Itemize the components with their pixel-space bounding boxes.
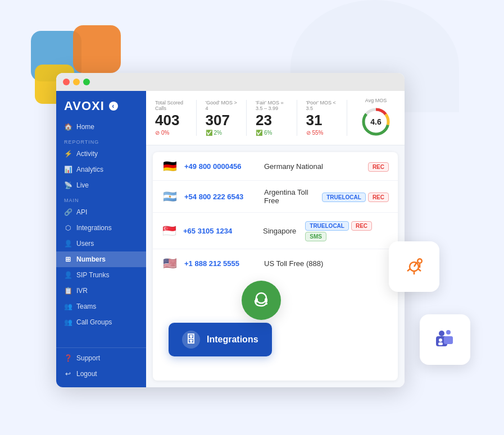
phone-number: +1 888 212 5555: [184, 259, 257, 268]
logout-icon: ↩: [64, 370, 72, 378]
logo-text: AVOXI: [64, 99, 105, 113]
sidebar-item-label: SIP Trunks: [76, 271, 109, 279]
close-dot[interactable]: [63, 79, 70, 85]
stat-fair-mos: 'Fair' MOS = 3.5 – 3.99 23 ✅ 6%: [256, 100, 297, 136]
sidebar-item-home[interactable]: 🏠 Home: [56, 119, 146, 135]
phone-number: +54 800 222 6543: [184, 193, 257, 201]
tag-rec: REC: [368, 162, 389, 172]
stat-value: 23: [256, 112, 288, 129]
sidebar-item-label: Logout: [76, 370, 97, 378]
tags-group: TRUELOCALREC: [320, 191, 389, 202]
sip-trunks-icon: 👤: [64, 271, 72, 279]
sidebar-item-integrations[interactable]: ⬡ Integrations: [56, 220, 146, 236]
teams-card[interactable]: [420, 314, 470, 365]
sidebar-item-live[interactable]: 📡 Live: [56, 177, 146, 193]
flag-icon: 🇸🇬: [162, 224, 176, 237]
sidebar-item-label: Activity: [76, 150, 98, 158]
sidebar-item-analytics[interactable]: 📊 Analytics: [56, 162, 146, 177]
integrations-btn-label: Integrations: [207, 335, 258, 345]
avg-mos-value: 4.6: [370, 117, 381, 126]
sidebar-logo: AVOXI: [56, 91, 146, 119]
sidebar-item-label: Teams: [76, 303, 96, 310]
teams-icon: 👥: [64, 303, 72, 310]
call-groups-icon: 👥: [64, 318, 72, 326]
logo-chevron-icon: [109, 102, 118, 111]
sidebar-item-call-groups[interactable]: 👥 Call Groups: [56, 314, 146, 330]
tags-group: REC: [366, 161, 389, 172]
bg-shape-orange: [73, 25, 121, 73]
sidebar-item-label: Analytics: [76, 166, 103, 173]
sidebar-bottom: ❓ Support ↩ Logout: [56, 347, 146, 382]
svg-point-14: [446, 330, 451, 335]
svg-point-13: [439, 331, 444, 336]
stat-change-value: 0%: [161, 130, 169, 136]
browser-titlebar: [56, 73, 405, 91]
svg-line-9: [407, 269, 411, 272]
sidebar-item-label: IVR: [76, 287, 88, 295]
sidebar-section-main: MAIN: [56, 193, 146, 204]
support-icon: ❓: [64, 354, 72, 362]
sidebar-item-api[interactable]: 🔗 API: [56, 204, 146, 220]
stat-label: 'Poor' MOS < 3.5: [306, 100, 338, 111]
svg-rect-15: [444, 336, 453, 344]
table-row[interactable]: 🇸🇬+65 3105 1234SingaporeTRUELOCALRECSMS: [153, 213, 398, 249]
table-row[interactable]: 🇦🇷+54 800 222 6543Argentina Toll FreeTRU…: [153, 181, 398, 213]
maximize-dot[interactable]: [83, 79, 90, 85]
stat-poor-mos: 'Poor' MOS < 3.5 31 ⊘ 55%: [306, 100, 348, 136]
flag-icon: 🇺🇸: [162, 257, 178, 270]
tags-group: TRUELOCALRECSMS: [303, 220, 389, 241]
sidebar-item-logout[interactable]: ↩ Logout: [56, 366, 146, 382]
phone-number: +49 800 0000456: [184, 162, 257, 171]
svg-point-16: [439, 338, 442, 342]
number-name: Singapore: [263, 227, 296, 235]
sidebar-item-ivr[interactable]: 📋 IVR: [56, 283, 146, 299]
integrations-button[interactable]: 🗄 Integrations: [169, 323, 272, 356]
stat-avg-mos: Avg MOS 4.6: [356, 98, 396, 138]
tag-sms: SMS: [305, 232, 326, 241]
sidebar-item-activity[interactable]: ⚡ Activity: [56, 146, 146, 162]
flag-icon: 🇦🇷: [162, 190, 178, 203]
sidebar-item-sip-trunks[interactable]: 👤 SIP Trunks: [56, 267, 146, 283]
sidebar-item-label: API: [76, 208, 87, 216]
sidebar-item-label: Integrations: [76, 224, 112, 232]
mos-gauge: 4.6: [360, 106, 392, 138]
stat-good-mos: 'Good' MOS > 4 307 ✅ 2%: [206, 100, 247, 136]
stat-label: 'Good' MOS > 4: [206, 100, 238, 111]
table-row[interactable]: 🇺🇸+1 888 212 5555US Toll Free (888): [153, 249, 398, 277]
hubspot-card[interactable]: [389, 241, 439, 292]
stat-change: ⊘ 55%: [306, 130, 338, 136]
table-row[interactable]: 🇩🇪+49 800 0000456Germany NationalREC: [153, 152, 398, 181]
stat-value: 307: [206, 112, 238, 129]
api-icon: 🔗: [64, 208, 72, 216]
sidebar-item-label: Users: [76, 240, 94, 248]
number-name: US Toll Free (888): [264, 259, 382, 268]
stat-total-scored-calls: Total Scored Calls 403 ⊘ 0%: [155, 100, 197, 136]
sidebar-item-teams[interactable]: 👥 Teams: [56, 299, 146, 314]
number-name: Argentina Toll Free: [264, 188, 313, 205]
sidebar-item-numbers[interactable]: ⊞ Numbers: [56, 251, 146, 267]
numbers-icon: ⊞: [64, 255, 72, 263]
headset-icon: [251, 290, 271, 310]
integrations-icon: ⬡: [64, 224, 72, 232]
support-card[interactable]: [242, 281, 281, 320]
teams-icon: [432, 326, 458, 353]
avg-mos-label: Avg MOS: [365, 98, 387, 103]
sidebar-item-support[interactable]: ❓ Support: [56, 350, 146, 366]
sidebar-item-label: Call Groups: [76, 318, 112, 326]
svg-rect-20: [265, 298, 267, 303]
analytics-icon: 📊: [64, 166, 72, 173]
down-icon: ⊘: [155, 130, 160, 136]
ivr-icon: 📋: [64, 287, 72, 295]
number-name: Germany National: [264, 162, 359, 171]
sidebar-item-users[interactable]: 👤 Users: [56, 236, 146, 251]
sidebar: AVOXI 🏠 Home REPORTING ⚡ Activity 📊 Anal…: [56, 91, 146, 387]
sidebar-item-label: Live: [76, 181, 89, 189]
stat-change-value: 2%: [214, 130, 222, 136]
stat-value: 403: [155, 112, 187, 129]
stat-label: Total Scored Calls: [155, 100, 187, 111]
stats-bar: Total Scored Calls 403 ⊘ 0% 'Good' MOS >…: [146, 91, 405, 145]
svg-point-5: [419, 260, 421, 263]
tag-truelocal: TRUELOCAL: [322, 193, 366, 202]
minimize-dot[interactable]: [73, 79, 80, 85]
home-icon: 🏠: [64, 123, 72, 131]
